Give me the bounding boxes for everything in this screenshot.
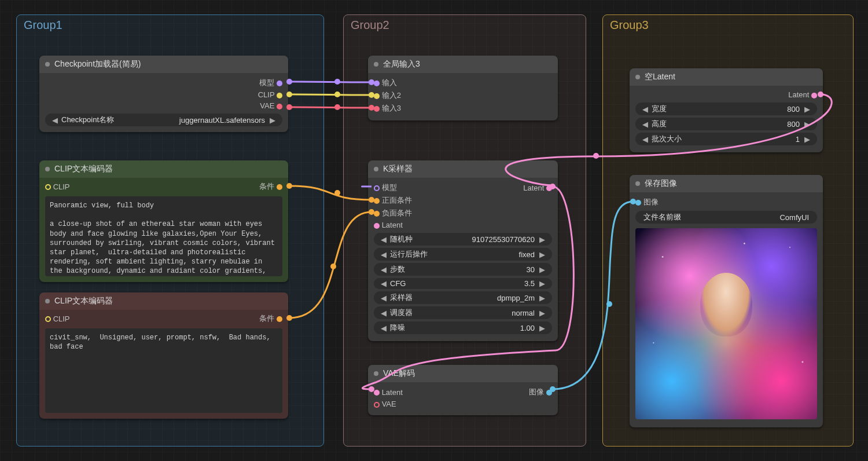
node-title: Checkpoint加载器(简易) bbox=[39, 56, 288, 73]
node-global-input[interactable]: 全局输入3 输入 输入2 输入3 bbox=[368, 56, 558, 120]
port-latent-in[interactable] bbox=[374, 223, 380, 229]
input-image-label: 图像 bbox=[643, 197, 659, 206]
port-image-out[interactable] bbox=[546, 390, 552, 396]
width-field[interactable]: ◀宽度800▶ bbox=[635, 103, 817, 115]
port-cond-out[interactable] bbox=[277, 316, 282, 322]
height-field[interactable]: ◀高度800▶ bbox=[635, 118, 817, 130]
node-checkpoint-loader[interactable]: Checkpoint加载器(简易) 模型 CLIP VAE ◀ Checkpoi… bbox=[39, 56, 288, 132]
node-title: 保存图像 bbox=[630, 175, 823, 192]
input-clip-label: CLIP bbox=[53, 314, 70, 323]
node-vae-decode[interactable]: VAE解码 Latent 图像 VAE bbox=[368, 365, 558, 415]
output-image-label: 图像 bbox=[529, 387, 544, 396]
node-ksampler[interactable]: K采样器 模型 Latent 正面条件 负面条件 Latent ◀随机种9107… bbox=[368, 160, 558, 341]
node-title: 全局输入3 bbox=[368, 56, 558, 73]
checkpoint-name-field[interactable]: ◀ Checkpoint名称 juggernautXL.safetensors … bbox=[45, 114, 282, 126]
node-empty-latent[interactable]: 空Latent Latent ◀宽度800▶ ◀高度800▶ ◀批次大小1▶ bbox=[630, 68, 823, 152]
port-vae-in[interactable] bbox=[374, 402, 380, 408]
after-generate-field[interactable]: ◀运行后操作fixed▶ bbox=[374, 248, 552, 261]
input-model-label: 模型 bbox=[382, 183, 397, 192]
cfg-field[interactable]: ◀CFG3.5▶ bbox=[374, 278, 552, 289]
node-save-image[interactable]: 保存图像 图像 文件名前缀 ComfyUI bbox=[630, 175, 823, 427]
port-latent-in[interactable] bbox=[374, 390, 380, 396]
denoise-field[interactable]: ◀降噪1.00▶ bbox=[374, 321, 552, 334]
input-latent-label: Latent bbox=[382, 388, 403, 397]
output-vae: VAE bbox=[260, 101, 274, 110]
port-vae[interactable] bbox=[277, 104, 282, 109]
group-2-label: Group2 bbox=[351, 19, 389, 32]
port-image-in[interactable] bbox=[635, 200, 641, 206]
output-cond-label: 条件 bbox=[259, 314, 274, 323]
input-2-label: 输入2 bbox=[382, 91, 401, 100]
svg-point-13 bbox=[330, 264, 336, 269]
node-title: VAE解码 bbox=[368, 365, 558, 382]
port-neg-cond-in[interactable] bbox=[374, 211, 380, 217]
port-clip-in[interactable] bbox=[45, 316, 51, 322]
group-1-label: Group1 bbox=[24, 19, 62, 32]
svg-point-7 bbox=[334, 104, 340, 110]
svg-point-10 bbox=[334, 190, 340, 196]
port-model-in[interactable] bbox=[374, 185, 380, 191]
output-model: 模型 bbox=[259, 78, 274, 87]
input-neg-label: 负面条件 bbox=[382, 208, 412, 217]
port-clip[interactable] bbox=[277, 93, 282, 98]
node-title: 空Latent bbox=[630, 68, 823, 86]
port-pos-cond-in[interactable] bbox=[374, 198, 380, 204]
input-latent-label: Latent bbox=[382, 221, 403, 229]
port-input-2[interactable] bbox=[374, 93, 380, 99]
input-pos-label: 正面条件 bbox=[382, 196, 412, 204]
sampler-field[interactable]: ◀采样器dpmpp_2m▶ bbox=[374, 291, 552, 304]
svg-point-4 bbox=[334, 92, 340, 97]
output-latent-label: Latent bbox=[523, 184, 544, 192]
port-input-3[interactable] bbox=[374, 106, 380, 112]
input-clip-label: CLIP bbox=[53, 182, 70, 191]
node-title: CLIP文本编码器 bbox=[39, 292, 288, 310]
negative-prompt-textarea[interactable]: civit_snw, Unsigned, user, prompt, nsfw,… bbox=[45, 328, 282, 413]
port-clip-in[interactable] bbox=[45, 184, 51, 190]
batch-size-field[interactable]: ◀批次大小1▶ bbox=[635, 133, 817, 145]
svg-point-16 bbox=[593, 153, 599, 159]
svg-point-1 bbox=[334, 79, 340, 85]
input-1-label: 输入 bbox=[382, 78, 397, 87]
output-clip: CLIP bbox=[258, 90, 275, 99]
scheduler-field[interactable]: ◀调度器normal▶ bbox=[374, 306, 552, 319]
port-input-1[interactable] bbox=[374, 81, 380, 86]
port-latent-out[interactable] bbox=[546, 185, 552, 191]
input-vae-label: VAE bbox=[382, 400, 396, 408]
output-image-preview[interactable] bbox=[635, 228, 817, 419]
port-model[interactable] bbox=[277, 81, 282, 86]
node-clip-encoder-negative[interactable]: CLIP文本编码器 CLIP 条件 civit_snw, Unsigned, u… bbox=[39, 292, 288, 419]
input-3-label: 输入3 bbox=[382, 104, 401, 112]
port-cond-out[interactable] bbox=[277, 184, 282, 190]
group-3-label: Group3 bbox=[610, 19, 649, 32]
output-cond-label: 条件 bbox=[259, 182, 274, 191]
node-title: K采样器 bbox=[368, 160, 558, 178]
node-title: CLIP文本编码器 bbox=[39, 160, 288, 178]
arrow-right-icon[interactable]: ▶ bbox=[267, 116, 278, 125]
output-latent-label: Latent bbox=[788, 90, 809, 99]
filename-prefix-field[interactable]: 文件名前缀 ComfyUI bbox=[635, 211, 817, 224]
positive-prompt-textarea[interactable]: Panoramic view, full body a close-up sho… bbox=[45, 196, 282, 276]
node-clip-encoder-positive[interactable]: CLIP文本编码器 CLIP 条件 Panoramic view, full b… bbox=[39, 160, 288, 282]
arrow-left-icon[interactable]: ◀ bbox=[50, 116, 60, 125]
seed-field[interactable]: ◀随机种910725530770620▶ bbox=[374, 233, 552, 246]
port-latent-out[interactable] bbox=[811, 93, 817, 98]
steps-field[interactable]: ◀步数30▶ bbox=[374, 263, 552, 276]
